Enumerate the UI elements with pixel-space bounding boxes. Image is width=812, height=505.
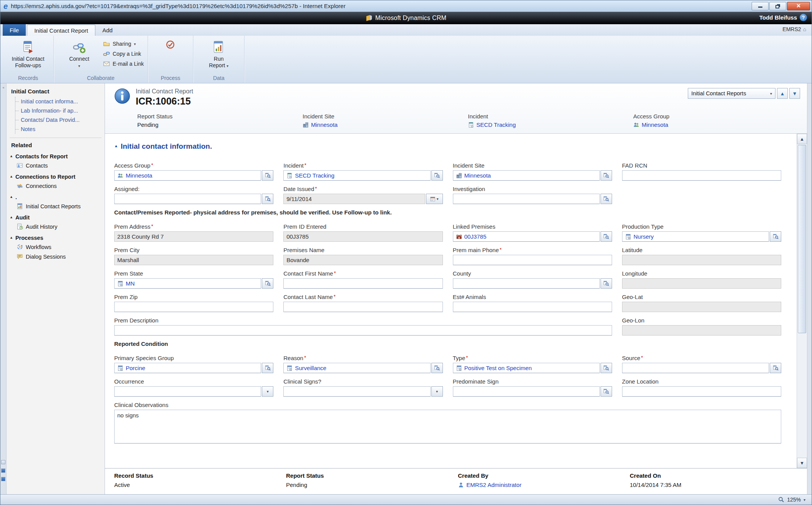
prem-state-lookup-button[interactable] [262, 278, 273, 289]
clinical-signs-dropdown-button[interactable]: ▾ [431, 386, 443, 397]
prem-description-input[interactable] [114, 325, 612, 336]
incident-lookup-button[interactable] [431, 170, 443, 181]
sidebar-group-title-item[interactable]: ▲. [7, 193, 105, 201]
prem-zip-input[interactable] [114, 302, 273, 312]
copy-a-link-button[interactable]: Copy a Link [103, 50, 144, 57]
county-input[interactable] [453, 278, 600, 289]
connect-button[interactable]: Connect▾ [58, 38, 101, 71]
zoom-dropdown-icon[interactable]: ▾ [804, 498, 805, 502]
email-a-link-button[interactable]: E-mail a Link [103, 60, 144, 67]
minimized-pane-tile[interactable] [1, 477, 5, 481]
footer-field-link[interactable]: EMRS2 Administrator [466, 482, 521, 488]
scroll-up-button[interactable]: ▲ [797, 134, 807, 144]
lookup-value-link[interactable]: SECD Tracking [295, 172, 334, 179]
investigation-input[interactable] [453, 194, 600, 204]
sidebar-item-lab-information-if-ap[interactable]: Lab Information- if ap... [15, 106, 105, 115]
investigation-lookup-button[interactable] [601, 194, 612, 204]
fad-rcn-input[interactable] [622, 170, 781, 181]
production-type-lookup-button[interactable] [770, 231, 781, 242]
occurrence-input[interactable] [114, 386, 261, 397]
previous-record-button[interactable]: ▲ [777, 88, 788, 99]
sidebar-item-workflows[interactable]: Workflows [7, 242, 105, 252]
sidebar-item-audit-history[interactable]: Audit History [7, 222, 105, 231]
lookup-value-link[interactable]: 00J3785 [464, 233, 487, 240]
lookup-value-link[interactable]: Surveillance [295, 365, 326, 371]
help-icon[interactable]: ? [800, 14, 807, 21]
incident-site-lookup-button[interactable] [601, 170, 612, 181]
source-input[interactable] [622, 363, 769, 373]
scroll-down-button[interactable]: ▼ [797, 458, 807, 468]
minimize-button[interactable] [752, 2, 769, 10]
primary-species-group-input[interactable]: Porcine [114, 363, 261, 373]
assigned-lookup-button[interactable] [262, 194, 273, 204]
run-workflow-button[interactable] [166, 40, 175, 49]
prem-state-input[interactable]: MN [114, 278, 261, 289]
sidebar-group-title-audit[interactable]: ▲Audit [7, 213, 105, 222]
tab-initial-contact-report[interactable]: Initial Contact Report [27, 25, 95, 36]
initial-contact-followups-button[interactable]: Initial ContactFollow-ups [7, 38, 50, 71]
next-record-button[interactable]: ▼ [789, 88, 800, 99]
lookup-value-link[interactable]: Minnesota [126, 172, 152, 179]
sidebar-item-notes[interactable]: Notes [15, 125, 105, 134]
run-report-button[interactable]: RunReport ▾ [197, 38, 240, 71]
access-group-lookup-button[interactable] [262, 170, 273, 181]
linked-premises-lookup-button[interactable] [601, 231, 612, 242]
zone-location-input[interactable] [622, 386, 781, 397]
tab-add[interactable]: Add [95, 24, 120, 36]
sidebar-group-title-contacts-for-report[interactable]: ▲Contacts for Report [7, 152, 105, 161]
scrollbar-thumb[interactable] [798, 145, 806, 333]
prem-main-phone-input[interactable] [453, 255, 612, 265]
lookup-value-link[interactable]: Porcine [126, 365, 145, 371]
county-lookup-button[interactable] [601, 278, 612, 289]
close-button[interactable]: × [787, 2, 810, 10]
contact-first-name-input[interactable] [283, 278, 443, 289]
source-lookup-button[interactable] [770, 363, 781, 373]
lookup-value-link[interactable]: Nursery [634, 233, 654, 240]
production-type-input[interactable]: Nursery [622, 231, 769, 242]
lookup-value-link[interactable]: MN [126, 280, 135, 287]
minimized-pane-tile[interactable] [1, 460, 5, 464]
header-field-link[interactable]: SECD Tracking [476, 121, 516, 128]
sidebar-group-title-connections-to-report[interactable]: ▲Connections to Report [7, 173, 105, 181]
tab-file[interactable]: File [3, 24, 26, 36]
restore-button[interactable] [769, 2, 786, 10]
reason-input[interactable]: Surveillance [283, 363, 430, 373]
type-lookup-button[interactable] [601, 363, 612, 373]
sidebar-item-contacts[interactable]: Contacts [7, 161, 105, 170]
assigned-input[interactable] [114, 194, 261, 204]
lookup-value-link[interactable]: Positive Test on Specimen [464, 365, 532, 371]
occurrence-dropdown-button[interactable]: ▾ [262, 386, 273, 397]
clinical-signs-input[interactable] [283, 386, 430, 397]
type-input[interactable]: Positive Test on Specimen [453, 363, 600, 373]
sidebar-group-title-processes[interactable]: ▲Processes [7, 234, 105, 242]
access-group-input[interactable]: Minnesota [114, 170, 261, 181]
sidebar-item-initial-contact-reports[interactable]: Initial Contact Reports [7, 201, 105, 211]
lookup-value-link[interactable]: Minnesota [464, 172, 491, 179]
date-issued-calendar-button[interactable]: ▾ [426, 194, 443, 204]
vertical-scrollbar[interactable]: ▲ ▼ [797, 134, 807, 468]
sidebar-item-initial-contact-informa[interactable]: Initial contact informa... [15, 97, 105, 106]
predominate-sign-input[interactable] [453, 386, 600, 397]
scrollbar-track[interactable] [797, 144, 807, 458]
date-issued-input[interactable]: 9/11/2014 [283, 194, 425, 204]
reason-lookup-button[interactable] [431, 363, 443, 373]
linked-premises-input[interactable]: 00J3785 [453, 231, 600, 242]
incident-input[interactable]: SECD Tracking [283, 170, 430, 181]
collapse-pane-button[interactable]: « [1, 85, 6, 90]
primary-species-group-lookup-button[interactable] [262, 363, 273, 373]
header-field-link[interactable]: Minnesota [642, 121, 668, 128]
section-initial-contact-information[interactable]: ▲ Initial contact information. [114, 142, 781, 151]
est-animals-input[interactable] [453, 302, 612, 312]
clinical-observations-input[interactable]: no signs [114, 410, 781, 444]
contact-last-name-input[interactable] [283, 302, 443, 312]
view-selector[interactable]: Initial Contact Reports ▾ [688, 88, 775, 99]
header-field-link[interactable]: Minnesota [311, 121, 338, 128]
predominate-sign-lookup-button[interactable] [601, 386, 612, 397]
incident-site-input[interactable]: Minnesota [453, 170, 600, 181]
sidebar-item-contacts-data-provid[interactable]: Contacts/ Data Provid... [15, 115, 105, 125]
zoom-level[interactable]: 125% [787, 497, 801, 503]
sharing-button[interactable]: Sharing ▾ [103, 40, 144, 47]
sidebar-item-connections[interactable]: Connections [7, 181, 105, 191]
minimized-pane-tile[interactable] [1, 468, 5, 473]
sidebar-item-dialog-sessions[interactable]: Dialog Sessions [7, 252, 105, 261]
